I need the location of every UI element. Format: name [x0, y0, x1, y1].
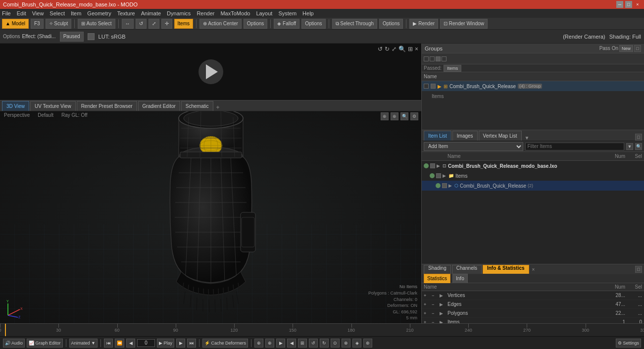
items-sub-ctrl[interactable]: −	[432, 320, 438, 324]
transport-prev-btn[interactable]: ⏪	[115, 339, 124, 348]
menu-texture[interactable]: Texture	[117, 10, 135, 16]
group-expand-icon[interactable]: ▶	[438, 84, 442, 89]
transport-icon-1[interactable]: ⊕	[254, 339, 263, 348]
search-icon-btn[interactable]: 🔍	[635, 143, 642, 150]
overlay-btn-zoom[interactable]: 🔍	[400, 112, 408, 120]
mesh-lock-btn[interactable]	[442, 183, 447, 188]
add-viewport-tab-btn[interactable]: +	[216, 104, 220, 111]
stats-tab-info[interactable]: Info & Statistics	[483, 265, 529, 274]
transport-icon-5[interactable]: ⊞	[298, 339, 307, 348]
stats-items-row[interactable]: + − ▶ Items 1 0	[422, 318, 644, 323]
groups-vis-toggle-3[interactable]	[436, 56, 441, 61]
lock-icon[interactable]	[88, 33, 95, 40]
transport-icon-6[interactable]: ↺	[309, 339, 318, 348]
add-item-dropdown[interactable]: Add Item	[424, 142, 523, 151]
settings-btn[interactable]: ⚙ Settings	[616, 339, 641, 348]
cache-deformers-btn[interactable]: ⚡ Cache Deformers	[202, 339, 248, 348]
groups-vis-toggle-4[interactable]	[442, 56, 446, 61]
transport-icon-4[interactable]: ◀	[287, 339, 296, 348]
timeline-playhead[interactable]	[5, 324, 6, 336]
timeline-ruler[interactable]: 0306090120150180210240270300330	[0, 324, 644, 336]
transport-first-btn[interactable]: ⏮	[104, 339, 113, 348]
tab-render-preset-browser[interactable]: Render Preset Browser	[77, 101, 137, 111]
menu-geometry[interactable]: Geometry	[87, 10, 111, 16]
scene-root-row[interactable]: ▶ ⊡ Combi_Brush_Quick_Release_modo_base.…	[422, 161, 644, 171]
menu-edit[interactable]: Edit	[17, 10, 26, 16]
groups-maximize-btn[interactable]: □	[634, 45, 641, 52]
menu-item[interactable]: Item	[71, 10, 81, 16]
group-child-row[interactable]: Items	[422, 91, 644, 101]
statistics-sub-tab[interactable]: Statistics	[424, 274, 450, 284]
action-options-btn[interactable]: Options	[244, 19, 267, 29]
select-through-btn[interactable]: ⧉ Select Through	[332, 19, 377, 29]
transport-step-back-btn[interactable]: ◀	[126, 339, 135, 348]
preview-ctrl-close[interactable]: ×	[415, 46, 418, 52]
tab-schematic[interactable]: Schematic	[181, 101, 213, 111]
falloff-options-btn[interactable]: Options	[301, 19, 325, 29]
items-lock-btn[interactable]	[436, 173, 441, 178]
vertices-sub-ctrl[interactable]: −	[432, 293, 438, 298]
menu-select[interactable]: Select	[50, 10, 65, 16]
transport-icon-11[interactable]: ⊛	[363, 339, 372, 348]
mode-sculpt-btn[interactable]: ✧ Sculpt	[46, 19, 72, 29]
stats-polygons-row[interactable]: + − ▶ Polygons 22... ...	[422, 309, 644, 318]
transport-step-fwd-btn[interactable]: ▶	[176, 339, 185, 348]
overlay-btn-settings[interactable]: ⚙	[410, 112, 418, 120]
item-list-content[interactable]: ▶ ⊡ Combi_Brush_Quick_Release_modo_base.…	[422, 161, 644, 264]
preview-ctrl-4[interactable]: 🔍	[398, 46, 406, 52]
menu-view[interactable]: View	[32, 10, 44, 16]
overlay-btn-2[interactable]: ⊕	[391, 112, 398, 120]
mode-model-btn[interactable]: ▲ Model	[2, 19, 29, 29]
transform-all-btn[interactable]: ✛	[161, 19, 172, 29]
tab-3d-view[interactable]: 3D View	[2, 101, 29, 111]
filter-btn[interactable]: ▼	[626, 143, 633, 150]
menu-maxtomodo[interactable]: MaxToModo	[220, 10, 250, 16]
minimize-btn[interactable]: ─	[616, 1, 623, 8]
menu-help[interactable]: Help	[302, 10, 314, 16]
menu-render[interactable]: Render	[197, 10, 214, 16]
close-btn[interactable]: ×	[634, 1, 641, 8]
tab-vertex-map-list[interactable]: Vertex Map List	[479, 131, 522, 141]
transport-icon-10[interactable]: ◈	[352, 339, 361, 348]
stats-edges-row[interactable]: + − ▶ Edges 47... ...	[422, 300, 644, 309]
preview-ctrl-3[interactable]: ⤢	[392, 46, 396, 52]
menu-file[interactable]: File	[2, 10, 11, 16]
render-btn[interactable]: ▶ Render	[409, 19, 438, 29]
mesh-item-row[interactable]: ▶ ⬡ Combi_Brush_Quick_Release (2)	[422, 181, 644, 191]
frame-number-input[interactable]	[137, 339, 155, 347]
pass-new-btn[interactable]: New	[619, 45, 633, 52]
menu-layout[interactable]: Layout	[256, 10, 272, 16]
scene-vis-btn[interactable]	[424, 163, 429, 168]
falloff-btn[interactable]: ◈ Falloff	[274, 19, 299, 29]
polygons-sub-ctrl[interactable]: −	[432, 311, 438, 316]
transport-icon-3[interactable]: ▶	[276, 339, 285, 348]
graph-editor-btn[interactable]: 📈 Graph Editor	[27, 339, 63, 348]
right-panel-maximize-btn[interactable]: □	[635, 134, 642, 141]
transport-icon-2[interactable]: ⊕	[265, 339, 274, 348]
polygons-add-ctrl[interactable]: +	[424, 311, 430, 316]
stats-vertices-row[interactable]: + − ▶ Vertices 28... ...	[422, 291, 644, 300]
overlay-btn-1[interactable]: ⊕	[381, 112, 389, 120]
maximize-btn[interactable]: □	[625, 1, 632, 8]
transport-icon-9[interactable]: ⊗	[342, 339, 350, 348]
mesh-vis-btn[interactable]	[436, 183, 441, 188]
render-window-btn[interactable]: ⊡ Render Window	[440, 19, 488, 29]
tab-images[interactable]: Images	[452, 131, 478, 141]
audio-btn[interactable]: 🔊 Audio	[3, 339, 25, 348]
tab-gradient-editor[interactable]: Gradient Editor	[138, 101, 180, 111]
stats-tab-channels[interactable]: Channels	[452, 265, 482, 274]
menu-dynamics[interactable]: Dynamics	[167, 10, 191, 16]
stats-maximize-btn[interactable]: □	[635, 266, 642, 273]
select-options-btn[interactable]: Options	[379, 19, 403, 29]
vertices-add-ctrl[interactable]: +	[424, 293, 430, 298]
action-center-btn[interactable]: ⊕ Action Center	[199, 19, 242, 29]
items-btn[interactable]: Items	[174, 19, 193, 29]
play-button[interactable]	[198, 59, 223, 84]
vertices-expand[interactable]: ▶	[440, 293, 446, 298]
mode-f3-btn[interactable]: F3	[31, 19, 44, 29]
transport-icon-8[interactable]: ⊙	[331, 339, 340, 348]
menu-animate[interactable]: Animate	[141, 10, 161, 16]
group-item-row[interactable]: ▶ ⊞ Combi_Brush_Quick_Release (4) : Grou…	[422, 81, 644, 91]
stats-tab-shading[interactable]: Shading	[424, 265, 451, 274]
edges-add-ctrl[interactable]: +	[424, 302, 430, 307]
